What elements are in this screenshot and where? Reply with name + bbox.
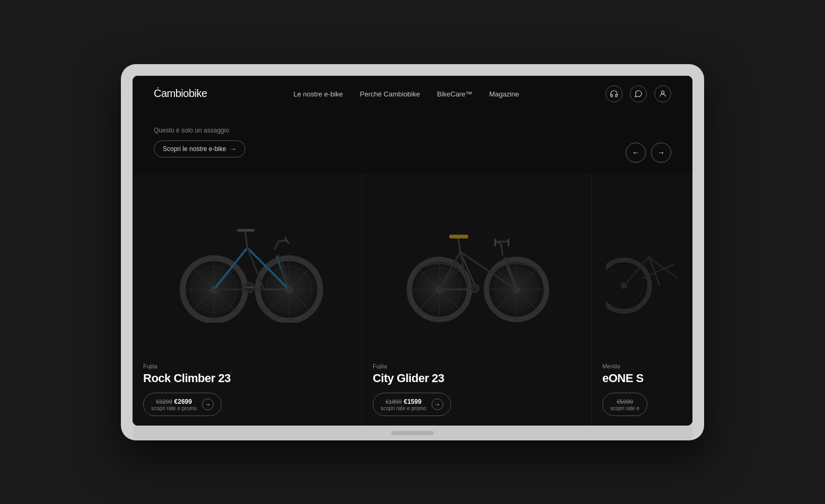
price-new-0: €2699 [174,398,192,405]
nav-ebike[interactable]: Le nostre e-bike [294,90,343,98]
prev-arrow-button[interactable]: ← [626,143,646,163]
product-price-button-0[interactable]: €3299 €2699 scopri rate e promo → [143,393,222,416]
user-icon[interactable] [654,85,671,102]
hero-cta-button[interactable]: Scopri le nostre e-bike → [154,140,245,157]
price-sub-2: scopri rate e [610,405,639,411]
svg-point-51 [470,284,479,292]
carousel-nav: ← → [626,143,671,163]
laptop-frame: Ċambiobike Le nostre e-bike Perché Cambi… [121,64,704,440]
product-info-1: Fujita City Glider 23 €1899 €1599 scopri… [362,356,591,426]
next-arrow-button[interactable]: → [651,143,671,163]
laptop-screen: Ċambiobike Le nostre e-bike Perché Cambi… [133,76,692,426]
price-arrow-icon-1: → [432,399,443,410]
product-info-0: Fujita Rock Climber 23 €3299 €2699 scopr… [133,356,362,426]
product-card-2: Merida eONE S €5990 scopri rate e [592,173,692,426]
product-brand-1: Fujita [373,363,581,369]
headset-icon[interactable] [605,85,622,102]
product-brand-0: Fujita [143,363,351,369]
hero-arrow-icon: → [230,145,236,153]
price-info-1: €1899 €1599 scopri rate e promo [381,397,426,411]
product-name-0: Rock Climber 23 [143,372,351,385]
hero-tagline: Questo è solo un assaggio [154,127,671,134]
product-name-1: City Glider 23 [373,372,581,385]
main-nav: Le nostre e-bike Perché Cambiobike BikeC… [294,89,520,99]
price-new-1: €1599 [404,398,422,405]
price-info-0: €3299 €2699 scopri rate e promo [151,397,197,411]
nav-magazine[interactable]: Magazine [489,90,519,98]
product-price-button-2[interactable]: €5990 scopri rate e [602,393,647,416]
price-old-0: €3299 [156,399,172,405]
product-image-city-glider [362,173,591,356]
product-price-button-1[interactable]: €1899 €1599 scopri rate e promo → [373,393,451,416]
website-content: Ċambiobike Le nostre e-bike Perché Cambi… [133,76,692,426]
price-sub-0: scopri rate e promo [151,405,197,411]
product-brand-2: Merida [602,363,682,369]
price-old-1: €1899 [385,399,402,405]
product-image-eone [592,173,692,356]
price-old-2: €5990 [617,399,633,405]
logo: Ċambiobike [154,87,207,100]
nav-bikecare[interactable]: BikeCare™ [437,90,472,98]
nav-perche[interactable]: Perché Cambiobike [360,90,420,98]
price-arrow-icon-0: → [202,399,214,410]
price-info-2: €5990 scopri rate e [610,397,639,411]
product-card-1: Fujita City Glider 23 €1899 €1599 scopri… [362,173,592,426]
product-image-rock-climber [133,173,362,356]
product-info-2: Merida eONE S €5990 scopri rate e [592,356,692,426]
product-card-0: Fujita Rock Climber 23 €3299 €2699 scopr… [133,173,362,426]
site-header: Ċambiobike Le nostre e-bike Perché Cambi… [133,76,692,112]
price-sub-1: scopri rate e promo [381,405,426,411]
whatsapp-icon[interactable] [630,85,647,102]
laptop-notch [391,431,434,435]
laptop-base [133,426,692,440]
product-name-2: eONE S [602,372,682,385]
products-section: Fujita Rock Climber 23 €3299 €2699 scopr… [133,173,692,426]
svg-point-0 [661,91,664,93]
header-icons [605,85,671,102]
right-arrow-icon: → [657,148,665,157]
left-arrow-icon: ← [632,148,639,157]
hero-cta-label: Scopri le nostre e-bike [163,145,226,153]
hero-section: Questo è solo un assaggio Scopri le nost… [133,112,692,173]
